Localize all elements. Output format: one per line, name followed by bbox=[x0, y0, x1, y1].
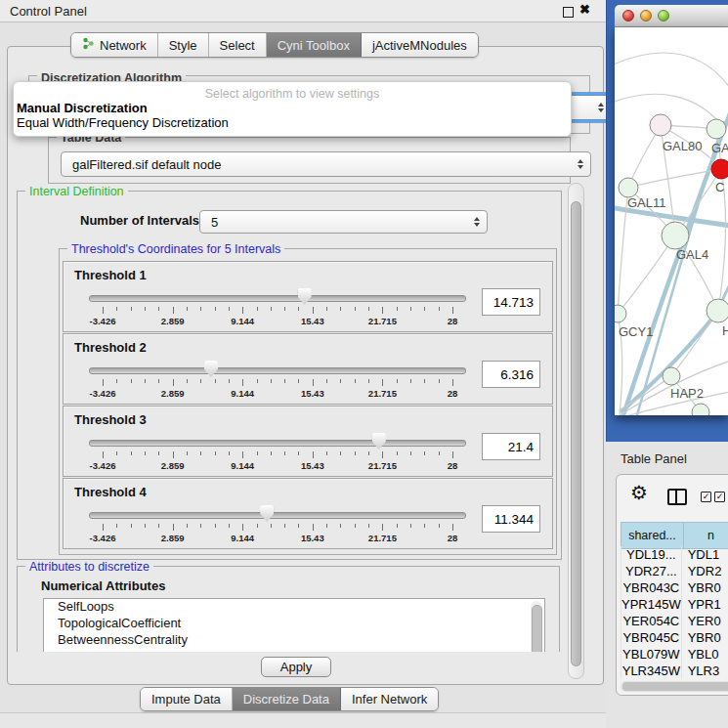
panel-scrollbar[interactable] bbox=[568, 183, 584, 679]
threshold-value[interactable]: 14.713 bbox=[482, 288, 540, 316]
node-highlighted[interactable] bbox=[711, 159, 728, 179]
slider-handle[interactable] bbox=[372, 433, 386, 450]
panel-scrollbar-thumb[interactable] bbox=[571, 201, 581, 666]
table-row[interactable]: YDL19...YDL1 bbox=[621, 546, 722, 563]
checkbox-icon[interactable]: ✓ bbox=[701, 492, 711, 502]
gear-icon[interactable]: ⚙ bbox=[630, 481, 648, 504]
list-scrollbar[interactable] bbox=[531, 601, 542, 652]
network-canvas[interactable]: GAL80 GA C GAL11 GAL4 GCY1 H HAP2 bbox=[615, 27, 728, 415]
node[interactable] bbox=[650, 114, 671, 136]
cell-shared-name[interactable]: YBR043C bbox=[621, 579, 682, 596]
table-data-combobox[interactable]: galFiltered.sif default node bbox=[61, 151, 591, 177]
threshold-slider[interactable]: -3.4262.8599.14415.4321.71528 bbox=[89, 431, 466, 474]
table-row[interactable]: YBR043CYBR0 bbox=[621, 579, 722, 596]
table-row[interactable]: YER054CYER0 bbox=[621, 613, 722, 629]
split-columns-icon[interactable] bbox=[667, 489, 687, 505]
slider-tick bbox=[340, 379, 341, 383]
cell-name[interactable]: YBL0 bbox=[681, 646, 721, 663]
tab-infer-network[interactable]: Infer Network bbox=[341, 688, 438, 710]
table-row[interactable]: YLR345WYLR3 bbox=[621, 663, 722, 679]
cell-shared-name[interactable]: YDL19... bbox=[621, 546, 682, 563]
tab-impute-data[interactable]: Impute Data bbox=[141, 688, 233, 710]
apply-button[interactable]: Apply bbox=[261, 657, 331, 677]
checkbox-icon[interactable]: ✓ bbox=[714, 492, 725, 502]
list-scrollbar-thumb[interactable] bbox=[532, 605, 542, 652]
attribute-item[interactable]: SelfLoops bbox=[44, 599, 544, 616]
close-window-icon[interactable] bbox=[622, 10, 634, 21]
table-row[interactable]: YBR045CYBR0 bbox=[621, 629, 722, 646]
slider-tick bbox=[284, 379, 285, 383]
slider-tick bbox=[173, 379, 174, 386]
threshold-slider[interactable]: -3.4262.8599.14415.4321.71528 bbox=[89, 503, 466, 546]
cell-name[interactable]: YDL1 bbox=[681, 546, 721, 563]
cell-shared-name[interactable]: YPR145W bbox=[621, 596, 682, 613]
node[interactable] bbox=[663, 367, 680, 385]
algorithm-option[interactable]: Manual Discretization bbox=[14, 101, 571, 115]
cell-name[interactable]: YDR2 bbox=[681, 563, 721, 579]
network-window-titlebar[interactable] bbox=[615, 5, 728, 27]
slider-tick-label: 28 bbox=[448, 388, 458, 399]
numerical-attributes-list[interactable]: SelfLoopsTopologicalCoefficientBetweenne… bbox=[43, 598, 545, 652]
slider-track[interactable] bbox=[89, 367, 466, 374]
slider-track[interactable] bbox=[89, 295, 466, 302]
tab-style[interactable]: Style bbox=[158, 33, 209, 57]
slider-tick bbox=[355, 451, 356, 455]
tab-discretize-data[interactable]: Discretize Data bbox=[233, 688, 341, 710]
node-table-header: shared... n bbox=[621, 522, 728, 549]
attribute-item[interactable]: BetweennessCentrality bbox=[44, 632, 544, 649]
minimize-window-icon[interactable] bbox=[640, 10, 652, 21]
cell-shared-name[interactable]: YBR045C bbox=[621, 629, 682, 646]
table-row[interactable]: YPR145WYPR1 bbox=[621, 596, 722, 613]
cell-name[interactable]: YLR3 bbox=[681, 663, 721, 679]
column-header[interactable]: n bbox=[683, 523, 728, 549]
cell-name[interactable]: YER0 bbox=[681, 613, 721, 629]
algorithm-dropdown-popup: Select algorithm to view settings Manual… bbox=[13, 81, 572, 137]
node[interactable] bbox=[662, 222, 689, 249]
tab-jactivemnodules[interactable]: jActiveMNodules bbox=[362, 33, 478, 57]
table-hscrollbar[interactable] bbox=[621, 681, 728, 692]
threshold-slider[interactable]: -3.4262.8599.14415.4321.71528 bbox=[89, 359, 466, 402]
slider-tick-label: 15.43 bbox=[301, 460, 324, 471]
slider-tick bbox=[340, 451, 341, 455]
slider-tick bbox=[173, 451, 174, 458]
cell-name[interactable]: YBR0 bbox=[681, 579, 721, 596]
slider-track[interactable] bbox=[89, 512, 466, 519]
slider-tick bbox=[116, 524, 117, 528]
close-icon[interactable]: ✖ bbox=[579, 2, 590, 17]
threshold-value[interactable]: 11.344 bbox=[482, 505, 540, 533]
tab-cyni-toolbox[interactable]: Cyni Toolbox bbox=[267, 33, 362, 57]
slider-handle[interactable] bbox=[260, 505, 274, 522]
cell-shared-name[interactable]: YER054C bbox=[621, 613, 682, 629]
table-row[interactable]: YDR27...YDR2 bbox=[621, 563, 722, 579]
cell-shared-name[interactable]: YBL079W bbox=[621, 646, 682, 663]
cell-name[interactable]: YPR1 bbox=[681, 596, 721, 613]
column-header[interactable]: shared... bbox=[621, 523, 684, 549]
slider-handle[interactable] bbox=[298, 288, 312, 305]
node[interactable] bbox=[619, 178, 638, 197]
threshold-value[interactable]: 6.316 bbox=[482, 361, 540, 388]
slider-track[interactable] bbox=[89, 440, 466, 447]
table-hscrollbar-thumb[interactable] bbox=[622, 682, 728, 691]
tab-select[interactable]: Select bbox=[209, 33, 267, 57]
zoom-window-icon[interactable] bbox=[658, 10, 669, 21]
number-of-intervals-spinner[interactable]: 5 bbox=[199, 210, 488, 234]
slider-tick bbox=[355, 379, 356, 383]
network-graph: GAL80 GA C GAL11 GAL4 GCY1 H HAP2 bbox=[615, 27, 728, 415]
slider-handle[interactable] bbox=[204, 361, 218, 377]
float-panel-icon[interactable] bbox=[563, 7, 574, 18]
node[interactable] bbox=[707, 119, 726, 139]
node-label: GAL11 bbox=[627, 195, 666, 210]
cell-name[interactable]: YBR0 bbox=[681, 629, 721, 646]
node[interactable] bbox=[707, 299, 728, 322]
node[interactable] bbox=[692, 404, 709, 415]
slider-tick-label: 2.859 bbox=[161, 460, 185, 471]
tab-network[interactable]: Network bbox=[71, 33, 158, 57]
algorithm-option[interactable]: Equal Width/Frequency Discretization bbox=[14, 115, 571, 130]
cell-shared-name[interactable]: YDR27... bbox=[621, 563, 682, 579]
threshold-value[interactable]: 21.4 bbox=[482, 433, 540, 460]
table-row[interactable]: YBL079WYBL0 bbox=[621, 646, 722, 663]
threshold-slider[interactable]: -3.4262.8599.14415.4321.71528 bbox=[89, 286, 466, 329]
cell-shared-name[interactable]: YLR345W bbox=[621, 663, 682, 679]
node[interactable] bbox=[615, 305, 626, 322]
attribute-item[interactable]: TopologicalCoefficient bbox=[44, 616, 544, 632]
